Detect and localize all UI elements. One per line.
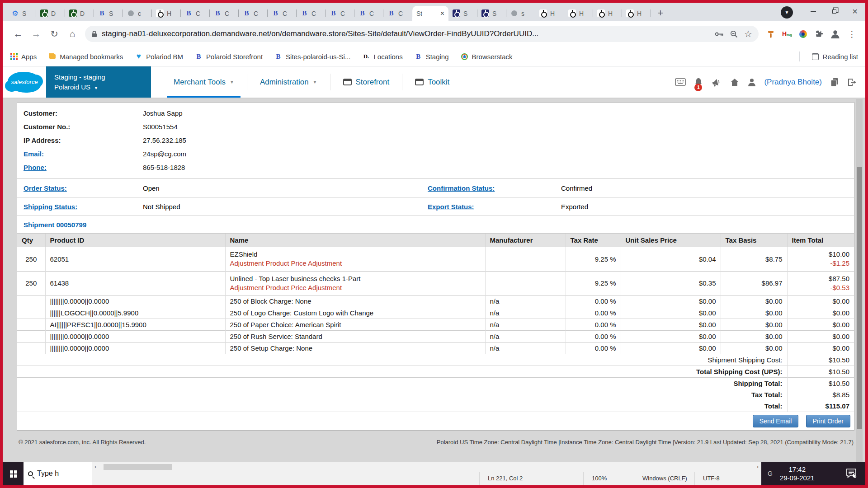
forward-button[interactable]: → <box>27 25 45 43</box>
browser-tab[interactable]: H <box>622 6 651 21</box>
nav-toolkit[interactable]: Toolkit <box>402 66 462 98</box>
bookmark-star-icon[interactable]: ☆ <box>744 29 752 38</box>
browser-tab[interactable]: C <box>239 6 268 21</box>
browser-tab[interactable]: H <box>152 6 181 21</box>
bookmark-staging[interactable]: Staging <box>415 53 449 61</box>
tab-title: C <box>196 10 200 17</box>
password-key-icon[interactable] <box>715 32 724 37</box>
browser-tab[interactable]: C <box>210 6 239 21</box>
window-restore-button[interactable] <box>824 3 844 20</box>
profile-avatar[interactable] <box>830 29 840 39</box>
print-order-button[interactable]: Print Order <box>806 415 850 427</box>
nav-administration[interactable]: Administration▼ <box>247 66 330 98</box>
home-icon[interactable] <box>730 78 740 87</box>
tab-favicon-icon <box>214 9 222 17</box>
email-link[interactable]: Email: <box>24 150 44 158</box>
tab-title: C <box>225 10 229 17</box>
customer-label: Customer: <box>24 109 143 117</box>
browser-tab[interactable]: C <box>268 6 297 21</box>
browser-tab[interactable]: C <box>354 6 383 21</box>
browser-tab[interactable]: H <box>593 6 622 21</box>
scroll-right-icon[interactable]: › <box>757 463 759 470</box>
extensions-puzzle-icon[interactable] <box>814 30 823 38</box>
cell-tax-rate: 9.25 % <box>566 247 621 272</box>
reload-button[interactable]: ↻ <box>45 25 63 43</box>
shipping-status-link[interactable]: Shipping Status: <box>24 203 77 211</box>
tab-title: C <box>311 10 316 17</box>
reading-list-icon <box>811 53 819 61</box>
browser-tab[interactable]: S <box>94 6 123 21</box>
notifications-bell-icon[interactable]: 1 <box>693 77 703 87</box>
tab-favicon-icon <box>11 9 19 17</box>
browser-tab[interactable]: c <box>123 6 152 21</box>
taskbar-search[interactable]: Type h <box>24 462 92 485</box>
browser-tab[interactable]: S <box>448 6 477 21</box>
vertical-scrollbar[interactable] <box>856 99 863 462</box>
tab-close-icon[interactable]: × <box>440 10 444 17</box>
bookmark-managed[interactable]: Managed bookmarks <box>48 53 123 61</box>
tab-favicon-icon <box>98 9 106 17</box>
bookmark-storefront[interactable]: Polaroid Storefront <box>195 53 263 61</box>
cell-name: EZShieldAdjustment Product Price Adjustm… <box>225 247 485 272</box>
language-indicator[interactable]: G <box>768 470 773 477</box>
apps-grid-icon <box>10 53 18 61</box>
browser-tab[interactable]: s <box>506 6 535 21</box>
phone-link[interactable]: Phone: <box>24 164 47 171</box>
site-selector[interactable]: Staging - staging Polaroid US▼ <box>46 66 151 98</box>
horizontal-scrollbar[interactable]: ‹ › <box>92 462 761 472</box>
export-status-link[interactable]: Export Status: <box>428 203 474 211</box>
bookmark-sites[interactable]: Sites-polaroid-us-Si... <box>274 53 350 61</box>
logout-icon[interactable] <box>847 78 857 87</box>
send-email-button[interactable]: Send Email <box>753 415 799 427</box>
documentation-book-icon[interactable] <box>830 77 839 87</box>
bookmark-apps[interactable]: Apps <box>10 53 37 61</box>
new-tab-button[interactable]: + <box>654 6 667 20</box>
keyboard-shortcuts-icon[interactable] <box>675 78 686 86</box>
action-center-icon[interactable] <box>846 468 858 479</box>
browser-tab[interactable]: H <box>535 6 564 21</box>
order-status-link[interactable]: Order Status: <box>24 184 67 192</box>
confirmation-status-link[interactable]: Confirmation Status: <box>428 184 495 192</box>
nav-merchant-tools[interactable]: Merchant Tools▼ <box>161 66 247 98</box>
user-icon[interactable] <box>747 78 756 87</box>
gavel-extension-icon[interactable] <box>767 30 775 38</box>
browser-menu-icon[interactable]: ⋮ <box>848 29 856 39</box>
browser-tab[interactable]: D <box>36 6 65 21</box>
browser-tab[interactable]: C <box>383 6 412 21</box>
announcements-megaphone-icon[interactable] <box>711 77 722 87</box>
tab-search-button[interactable]: ▼ <box>781 6 793 19</box>
tab-title: c <box>138 10 141 17</box>
htag-extension-icon[interactable]: Htag <box>782 31 792 37</box>
taskbar-clock[interactable]: 17:42 29-09-2021 <box>780 465 815 483</box>
browser-tab[interactable]: D <box>65 6 94 21</box>
user-name[interactable]: (Pradnya Bhoite) <box>764 78 822 87</box>
browser-tab-bar: S D D S c H C C C C C C C C St× S S s H … <box>3 3 865 21</box>
hscrollbar-thumb[interactable] <box>104 464 172 470</box>
browser-tab[interactable]: C <box>326 6 354 21</box>
start-button[interactable] <box>3 462 24 485</box>
window-close-button[interactable]: × <box>844 3 865 20</box>
minimize-icon <box>811 11 816 12</box>
zoom-out-icon[interactable] <box>730 30 738 38</box>
nav-storefront[interactable]: Storefront <box>330 66 402 98</box>
cell-unit-price: $0.00 <box>621 296 721 307</box>
browser-tab[interactable]: S <box>7 6 36 21</box>
bookmark-polariod-bm[interactable]: Polariod BM <box>135 53 183 61</box>
browser-tab-active[interactable]: St× <box>412 6 448 21</box>
home-button[interactable]: ⌂ <box>63 25 81 43</box>
address-bar[interactable]: staging-na01-deluxecorporation.demandwar… <box>85 26 759 42</box>
shipment-link[interactable]: Shipment 00050799 <box>24 221 86 229</box>
bookmark-locations[interactable]: Locations <box>362 53 402 61</box>
tab-title: St <box>416 10 422 17</box>
scroll-left-icon[interactable]: ‹ <box>94 463 96 470</box>
lens-extension-icon[interactable] <box>799 30 807 38</box>
back-button[interactable]: ← <box>9 25 27 43</box>
browser-tab[interactable]: H <box>564 6 593 21</box>
browser-tab[interactable]: C <box>181 6 210 21</box>
bookmark-browserstack[interactable]: Browserstack <box>461 53 513 61</box>
reading-list-button[interactable]: Reading list <box>811 53 858 61</box>
browser-tab[interactable]: C <box>297 6 326 21</box>
scrollbar-thumb[interactable] <box>857 167 862 429</box>
window-minimize-button[interactable] <box>803 3 824 20</box>
browser-tab[interactable]: S <box>477 6 506 21</box>
